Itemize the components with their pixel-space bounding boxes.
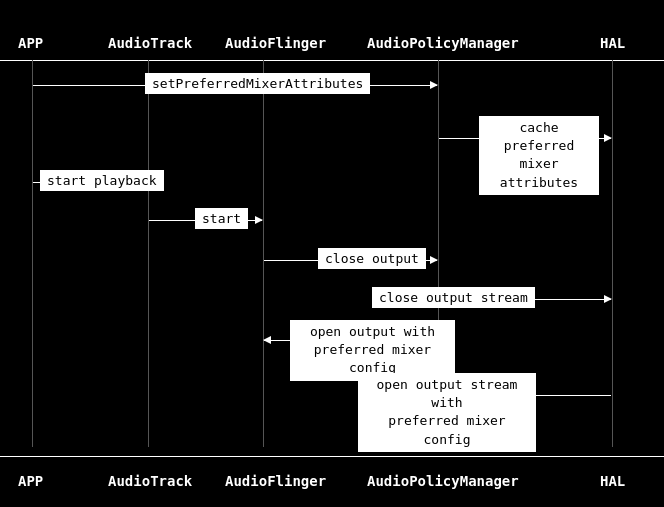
top-divider [0, 60, 664, 61]
label-close-output: close output [318, 248, 426, 269]
header-audioflinger-top: AudioFlinger [225, 35, 326, 51]
label-close-output-stream: close output stream [372, 287, 535, 308]
label-set-preferred-mixer: setPreferredMixerAttributes [145, 73, 370, 94]
vline-audiotrack [148, 60, 149, 447]
header-app-bottom: APP [18, 473, 43, 489]
vline-audioflinger [263, 60, 264, 447]
header-audiotrack-top: AudioTrack [108, 35, 192, 51]
vline-app [32, 60, 33, 447]
header-hal-top: HAL [600, 35, 625, 51]
header-audiopolicymanager-top: AudioPolicyManager [367, 35, 519, 51]
header-hal-bottom: HAL [600, 473, 625, 489]
label-start-playback: start playback [40, 170, 164, 191]
header-audiopolicymanager-bottom: AudioPolicyManager [367, 473, 519, 489]
vline-hal [612, 60, 613, 447]
label-cache-preferred-mixer: cache preferred mixer attributes [479, 116, 599, 195]
header-audiotrack-bottom: AudioTrack [108, 473, 192, 489]
label-start: start [195, 208, 248, 229]
label-open-output-stream: open output stream with preferred mixer … [358, 373, 536, 452]
label-open-output: open output with preferred mixer config [290, 320, 455, 381]
header-audioflinger-bottom: AudioFlinger [225, 473, 326, 489]
header-app-top: APP [18, 35, 43, 51]
bottom-divider [0, 456, 664, 457]
